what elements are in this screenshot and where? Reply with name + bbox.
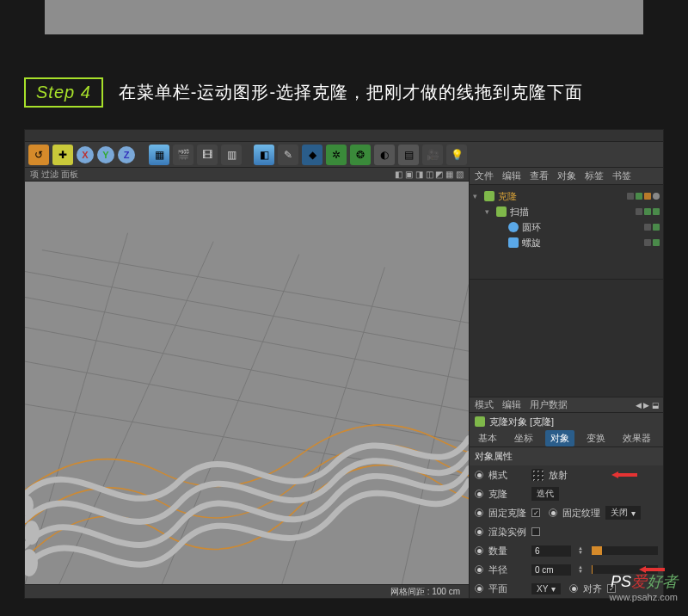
om-tab-object[interactable]: 对象 xyxy=(557,169,576,182)
radio-icon[interactable] xyxy=(475,490,483,498)
primitive2-icon[interactable]: ◧ xyxy=(254,145,274,165)
viewport-header: 项 过滤 面板 ◧ ▣ ◨ ◫ ◩ ▦ ▧ xyxy=(25,168,469,182)
radio-icon[interactable] xyxy=(569,584,578,593)
deformer-icon[interactable]: ◐ xyxy=(374,145,395,165)
fixed-texture-label: 固定纹理 xyxy=(562,507,600,520)
spinner-icon[interactable]: ▲▼ xyxy=(578,546,583,555)
svg-marker-14 xyxy=(611,471,637,478)
attr-tab-transform[interactable]: 变换 xyxy=(581,430,611,447)
clapboard-icon[interactable]: 🎬 xyxy=(173,145,194,165)
cloner-icon xyxy=(484,191,494,201)
count-field[interactable]: 6 xyxy=(531,545,571,557)
annotation-arrow xyxy=(639,565,665,574)
align-label: 对齐 xyxy=(583,582,602,595)
pen-icon[interactable]: ✎ xyxy=(278,145,298,165)
grid-spacing-label: 网格间距 : 100 cm xyxy=(390,586,460,598)
effector-icon[interactable]: ❂ xyxy=(350,145,371,165)
grid-icon[interactable]: ▤ xyxy=(398,145,419,165)
radius-field[interactable]: 0 cm xyxy=(531,564,571,576)
om-tab-file[interactable]: 文件 xyxy=(475,169,494,182)
tool3-icon[interactable]: ▥ xyxy=(221,145,242,165)
count-label: 数量 xyxy=(488,545,526,557)
om-tab-edit[interactable]: 编辑 xyxy=(502,169,521,182)
c4d-app-window: ↺ ✚ X Y Z ▦ 🎬 🎞 ▥ ◧ ✎ ◆ ✲ ❂ ◐ ▤ 🎥 💡 项 过滤… xyxy=(24,129,664,599)
radius-label: 半径 xyxy=(488,564,526,576)
hierarchy-item-helix[interactable]: 螺旋 xyxy=(473,235,660,250)
attr-nav-arrows[interactable]: ◀ ▶ ⬓ xyxy=(636,401,660,410)
axis-z-button[interactable]: Z xyxy=(118,146,135,163)
render-instance-checkbox[interactable] xyxy=(531,527,540,536)
viewport[interactable] xyxy=(25,182,469,584)
object-hierarchy[interactable]: ▾ 克隆 ▾ 扫描 圆环 xyxy=(470,185,663,280)
hierarchy-label: 扫描 xyxy=(510,206,529,219)
radio-icon[interactable] xyxy=(475,508,483,517)
attr-tab-basic[interactable]: 基本 xyxy=(473,430,502,447)
fixed-clone-label: 固定克隆 xyxy=(488,507,526,520)
step-badge: Step 4 xyxy=(24,77,103,108)
attr-row-mode: 模式 放射 xyxy=(470,465,663,484)
radio-icon[interactable] xyxy=(475,527,483,536)
radio-icon[interactable] xyxy=(475,546,483,555)
camera-icon[interactable]: 🎥 xyxy=(422,145,443,165)
axis-x-button[interactable]: X xyxy=(77,146,94,163)
radio-icon[interactable] xyxy=(475,471,483,479)
attr-top-mode[interactable]: 模式 xyxy=(475,398,494,411)
om-tab-bookmarks[interactable]: 书签 xyxy=(612,169,631,182)
undo-icon[interactable]: ↺ xyxy=(28,145,49,165)
fixed-texture-dropdown[interactable]: 关闭 ▾ xyxy=(605,506,641,520)
attr-tab-coord[interactable]: 坐标 xyxy=(509,430,538,447)
svg-point-11 xyxy=(25,549,38,576)
viewport-header-left[interactable]: 项 过滤 面板 xyxy=(30,169,78,181)
viewport-header-icons[interactable]: ◧ ▣ ◨ ◫ ◩ ▦ ▧ xyxy=(395,169,464,179)
tree-collapse-icon[interactable]: ▾ xyxy=(485,207,493,216)
move-tool-icon[interactable]: ✚ xyxy=(52,145,73,165)
clone-dropdown[interactable]: 迭代 xyxy=(531,487,559,501)
viewport-status: 网格间距 : 100 cm xyxy=(25,584,469,598)
count-slider[interactable] xyxy=(592,546,658,555)
attr-row-radius: 半径 0 cm ▲▼ xyxy=(470,560,663,579)
radio-icon[interactable] xyxy=(475,584,483,593)
mograph-icon[interactable]: ✲ xyxy=(326,145,347,165)
menubar[interactable] xyxy=(25,130,663,142)
fixed-clone-checkbox[interactable]: ✓ xyxy=(531,508,540,517)
axis-y-button[interactable]: Y xyxy=(97,146,114,163)
blue-tool-icon[interactable]: ◆ xyxy=(302,145,322,165)
plane-dropdown[interactable]: XY ▾ xyxy=(531,583,561,594)
tree-collapse-icon[interactable]: ▾ xyxy=(473,192,481,200)
attr-top-userdata[interactable]: 用户数据 xyxy=(530,398,568,411)
mode-value[interactable]: 放射 xyxy=(549,469,568,482)
attr-row-plane: 平面 XY ▾ 对齐 ✓ xyxy=(470,579,663,598)
attr-tab-object[interactable]: 对象 xyxy=(545,430,574,447)
hierarchy-label: 克隆 xyxy=(498,190,517,203)
svg-marker-15 xyxy=(639,566,665,573)
helix-spline-icon xyxy=(508,237,519,248)
om-tab-view[interactable]: 查看 xyxy=(530,169,549,182)
spinner-icon[interactable]: ▲▼ xyxy=(578,565,583,574)
circle-spline-icon xyxy=(508,222,519,232)
chevron-down-icon: ▾ xyxy=(631,508,636,518)
svg-line-4 xyxy=(25,361,469,443)
sweep-icon xyxy=(496,206,507,217)
om-tab-tags[interactable]: 标签 xyxy=(585,169,604,182)
previous-step-fragment xyxy=(45,0,643,34)
attr-row-render-instance: 渲染实例 xyxy=(470,522,663,541)
clone-label: 克隆 xyxy=(488,488,526,501)
hierarchy-label: 螺旋 xyxy=(522,237,541,249)
radio-icon[interactable] xyxy=(475,565,483,574)
hierarchy-item-circle[interactable]: 圆环 xyxy=(473,219,660,235)
animation-icon[interactable]: 🎞 xyxy=(197,145,218,165)
cloner-icon xyxy=(475,416,485,427)
hierarchy-item-sweep[interactable]: ▾ 扫描 xyxy=(473,204,660,219)
render-instance-label: 渲染实例 xyxy=(488,526,526,539)
attributes-panel: 模式 编辑 用户数据 ◀ ▶ ⬓ 克隆对象 [克隆] 基本 坐标 对象 变换 效… xyxy=(470,397,663,598)
attr-tab-effectors[interactable]: 效果器 xyxy=(617,430,656,447)
annotation-arrow xyxy=(611,471,637,479)
align-checkbox[interactable]: ✓ xyxy=(607,584,616,593)
step-header: Step 4 在菜单栏-运动图形-选择克隆，把刚才做的线拖到克隆下面 xyxy=(24,77,664,108)
radio-icon[interactable] xyxy=(549,508,557,517)
primitive-cube-icon[interactable]: ▦ xyxy=(149,145,169,165)
hierarchy-item-cloner[interactable]: ▾ 克隆 xyxy=(473,188,660,204)
attr-top-edit[interactable]: 编辑 xyxy=(502,398,521,411)
chevron-down-icon: ▾ xyxy=(551,584,556,594)
light-icon[interactable]: 💡 xyxy=(446,145,467,165)
